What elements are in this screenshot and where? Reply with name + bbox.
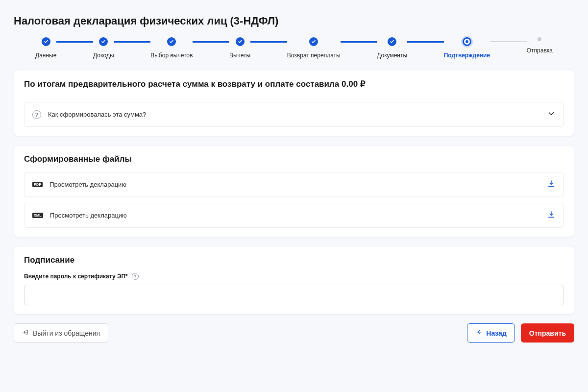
download-icon[interactable]	[547, 179, 556, 190]
how-formed-row[interactable]: ? Как сформировалась эта сумма?	[24, 102, 564, 127]
check-icon	[42, 37, 50, 46]
back-label: Назад	[486, 329, 507, 337]
password-label-row: Введите пароль к сертификату ЭП* ?	[24, 273, 564, 280]
file-row-pdf[interactable]: PDF Просмотреть декларацию	[24, 172, 564, 197]
step-income[interactable]: Доходы	[93, 37, 114, 59]
files-card: Сформированные файлы PDF Просмотреть дек…	[14, 145, 574, 237]
step-label: Подтверждение	[444, 52, 490, 59]
summary-card: По итогам предварительного расчета сумма…	[14, 70, 574, 136]
step-line	[56, 41, 93, 43]
exit-icon	[22, 329, 29, 337]
step-label: Возврат переплаты	[287, 52, 341, 59]
step-line	[250, 41, 287, 43]
password-input[interactable]	[24, 285, 564, 305]
summary-title: По итогам предварительного расчета сумма…	[24, 79, 564, 89]
files-title: Сформированные файлы	[24, 154, 564, 164]
step-line	[407, 41, 444, 43]
step-deduction-choice[interactable]: Выбор вычетов	[150, 37, 193, 59]
sign-card: Подписание Введите пароль к сертификату …	[14, 246, 574, 315]
step-send: Отправка	[527, 37, 553, 54]
exit-label: Выйти из обращения	[33, 329, 100, 337]
step-label: Вычеты	[229, 52, 250, 59]
step-confirmation[interactable]: Подтверждение	[444, 37, 490, 59]
step-line	[341, 41, 377, 43]
pdf-badge-icon: PDF	[32, 182, 43, 187]
check-icon	[99, 37, 108, 46]
exit-button[interactable]: Выйти из обращения	[14, 323, 108, 343]
step-line	[490, 41, 527, 42]
check-icon	[236, 37, 245, 46]
question-icon[interactable]: ?	[132, 273, 139, 280]
step-deductions[interactable]: Вычеты	[229, 37, 250, 59]
file-row-xml[interactable]: XML Просмотреть декларацию	[24, 203, 564, 228]
check-icon	[167, 37, 176, 46]
future-step-icon	[538, 37, 541, 41]
submit-label: Отправить	[529, 329, 566, 337]
progress-stepper: Данные Доходы Выбор вычетов Вычеты Возвр…	[35, 37, 553, 59]
arrow-left-icon	[475, 329, 482, 337]
step-line	[114, 41, 151, 43]
step-line	[193, 41, 229, 43]
file-label: Просмотреть декларацию	[49, 181, 126, 188]
step-label: Выбор вычетов	[150, 52, 193, 59]
question-icon: ?	[32, 110, 41, 119]
step-refund[interactable]: Возврат переплаты	[287, 37, 341, 59]
file-label: Просмотреть декларацию	[50, 212, 127, 219]
back-button[interactable]: Назад	[467, 323, 515, 343]
step-documents[interactable]: Документы	[377, 37, 407, 59]
footer-actions: Выйти из обращения Назад Отправить	[14, 323, 574, 343]
download-icon[interactable]	[547, 210, 556, 220]
page-title: Налоговая декларация физических лиц (3-Н…	[14, 15, 574, 27]
step-label: Доходы	[93, 52, 114, 59]
check-icon	[309, 37, 318, 46]
check-icon	[388, 37, 396, 46]
step-label: Данные	[35, 52, 56, 59]
sign-title: Подписание	[24, 255, 564, 265]
step-data[interactable]: Данные	[35, 37, 56, 59]
xml-badge-icon: XML	[32, 213, 43, 218]
chevron-down-icon	[547, 109, 556, 120]
step-label: Документы	[377, 52, 407, 59]
password-label: Введите пароль к сертификату ЭП*	[24, 273, 128, 280]
current-step-icon	[463, 37, 471, 46]
how-formed-label: Как сформировалась эта сумма?	[48, 111, 146, 118]
submit-button[interactable]: Отправить	[521, 323, 574, 343]
step-label: Отправка	[527, 47, 553, 54]
